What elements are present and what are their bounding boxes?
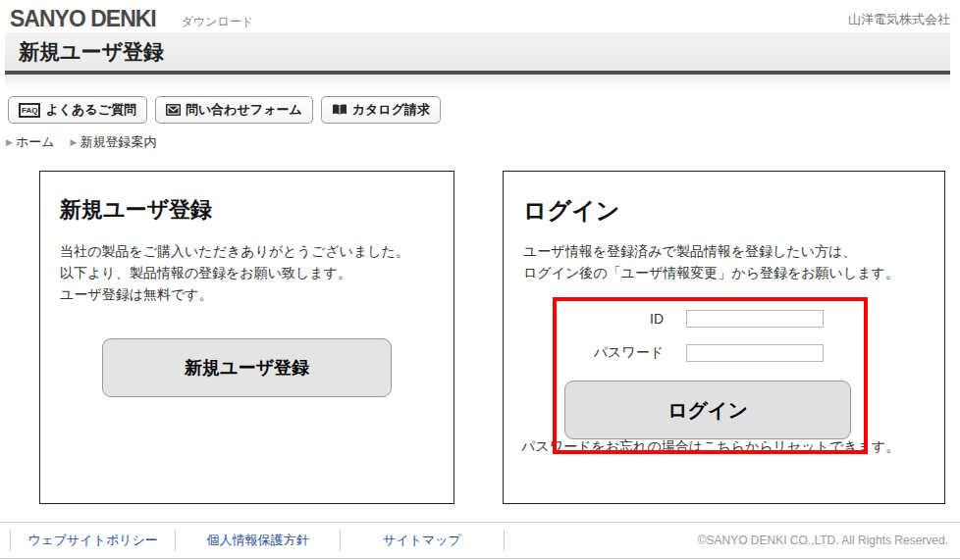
id-label: ID: [557, 311, 664, 327]
contact-form-button[interactable]: 問い合わせフォーム: [155, 96, 313, 124]
main-content: 新規ユーザ登録 当社の製品をご購入いただきありがとうございました。 以下より、製…: [39, 171, 960, 504]
breadcrumb-arrow-icon: ▶: [71, 137, 78, 147]
faq-icon: FAQ: [19, 103, 40, 118]
faq-button[interactable]: FAQ よくあるご質問: [8, 96, 147, 124]
copyright-text: ©SANYO DENKI CO.,LTD. All Rights Reserve…: [698, 534, 948, 547]
login-panel-heading: ログイン: [523, 195, 925, 227]
footer: ウェブサイトポリシー 個人情報保護方針 サイトマップ ©SANYO DENKI …: [0, 522, 960, 559]
breadcrumb-home[interactable]: ▶ ホーム: [6, 133, 55, 151]
breadcrumb-arrow-icon: ▶: [6, 137, 13, 147]
breadcrumb-registration-guide[interactable]: ▶ 新規登録案内: [71, 133, 157, 151]
footer-link-privacy-policy[interactable]: 個人情報保護方針: [175, 530, 340, 551]
catalog-request-button-label: カタログ請求: [352, 101, 430, 119]
login-button[interactable]: ログイン: [564, 381, 851, 439]
title-bar-fade: [5, 75, 950, 89]
new-user-register-button[interactable]: 新規ユーザ登録: [102, 338, 392, 397]
top-header: SANYO DENKI ダウンロード 山洋電気株式会社: [0, 0, 960, 32]
sanyo-denki-logo[interactable]: SANYO DENKI: [10, 7, 156, 30]
id-row: ID: [557, 310, 864, 328]
faq-button-label: よくあるご質問: [45, 101, 136, 119]
page-title: 新規ユーザ登録: [19, 40, 164, 63]
password-row: パスワード: [557, 344, 864, 362]
password-input[interactable]: [686, 344, 824, 362]
download-link[interactable]: ダウンロード: [182, 14, 253, 30]
register-panel-heading: 新規ユーザ登録: [60, 195, 434, 225]
mail-icon: [166, 104, 181, 116]
login-form-highlight-box: ID パスワード ログイン: [553, 297, 868, 454]
id-input[interactable]: [686, 310, 824, 328]
breadcrumb: ▶ ホーム ▶ 新規登録案内: [6, 133, 960, 151]
login-panel: ログイン ユーザ情報を登録済みで製品情報を登録したい方は、 ログイン後の「ユーザ…: [503, 171, 945, 504]
page-title-bar: 新規ユーザ登録: [5, 32, 950, 75]
contact-form-button-label: 問い合わせフォーム: [186, 101, 302, 119]
register-panel-text-line1: 当社の製品をご購入いただきありがとうございました。: [60, 240, 434, 262]
register-panel-text-line2: 以下より、製品情報の登録をお願い致します。: [60, 262, 434, 283]
footer-link-sitemap[interactable]: サイトマップ: [340, 530, 505, 551]
footer-links: ウェブサイトポリシー 個人情報保護方針 サイトマップ: [10, 530, 505, 551]
password-label: パスワード: [557, 344, 664, 362]
login-panel-text-line1: ユーザ情報を登録済みで製品情報を登録したい方は、: [523, 240, 925, 262]
footer-link-website-policy[interactable]: ウェブサイトポリシー: [10, 530, 175, 551]
login-panel-text-line2: ログイン後の「ユーザ情報変更」から登録をお願いします。: [523, 262, 925, 283]
book-icon: [332, 104, 347, 116]
register-panel: 新規ユーザ登録 当社の製品をご購入いただきありがとうございました。 以下より、製…: [39, 171, 454, 504]
breadcrumb-home-label: ホーム: [16, 133, 55, 151]
register-panel-text-line3: ユーザ登録は無料です。: [60, 283, 434, 305]
breadcrumb-registration-guide-label: 新規登録案内: [80, 133, 156, 151]
catalog-request-button[interactable]: カタログ請求: [321, 96, 441, 124]
company-name: 山洋電気株式会社: [848, 11, 950, 28]
toolbar: FAQ よくあるご質問 問い合わせフォーム カタログ請求: [8, 96, 960, 124]
